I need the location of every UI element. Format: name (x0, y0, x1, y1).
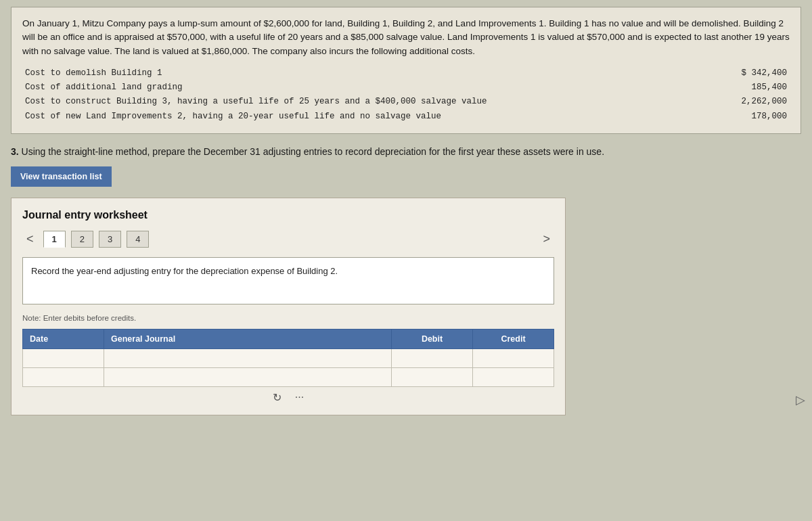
nav-left-arrow[interactable]: < (22, 231, 38, 248)
cell-credit-1[interactable] (473, 348, 554, 367)
tab-4[interactable]: 4 (127, 231, 149, 248)
cost-label-4: Cost of new Land Improvements 2, having … (25, 110, 487, 124)
note-text: Note: Enter debits before credits. (22, 314, 554, 322)
header-debit: Debit (392, 329, 473, 348)
cell-debit-2[interactable] (392, 367, 473, 386)
cost-label-2: Cost of additional land grading (25, 81, 487, 95)
cost-value-1: $ 342,400 (741, 66, 787, 81)
cost-value-3: 2,262,000 (741, 95, 787, 109)
cost-label-1: Cost to demolish Building 1 (25, 66, 487, 81)
refresh-icon[interactable]: ↻ (273, 391, 281, 404)
journal-table: Date General Journal Debit Credit (22, 329, 554, 387)
nav-row: < 1 2 3 4 > (22, 231, 554, 248)
header-date: Date (23, 329, 104, 348)
cell-journal-2[interactable] (104, 367, 392, 386)
entry-description-box: Record the year-end adjusting entry for … (22, 257, 554, 304)
cell-journal-1[interactable] (104, 348, 392, 367)
question-section: 3. Using the straight-line method, prepa… (11, 146, 801, 157)
info-paragraph: On January 1, Mitzu Company pays a lump-… (22, 17, 790, 58)
cost-value-4: 178,000 (741, 110, 787, 124)
costs-values: $ 342,400 185,400 2,262,000 178,000 (741, 66, 787, 124)
right-hint-arrow: ▷ (796, 392, 805, 407)
worksheet-title: Journal entry worksheet (22, 209, 554, 221)
header-general-journal: General Journal (104, 329, 392, 348)
entry-description-text: Record the year-end adjusting entry for … (31, 266, 338, 276)
question-number: 3. (11, 146, 22, 157)
tab-2[interactable]: 2 (71, 231, 93, 248)
bottom-icons: ↻ ··· (22, 391, 554, 404)
cell-credit-2[interactable] (473, 367, 554, 386)
question-text: Using the straight-line method, prepare … (22, 146, 604, 157)
tab-3[interactable]: 3 (99, 231, 121, 248)
costs-labels: Cost to demolish Building 1 Cost of addi… (25, 66, 487, 124)
cell-date-2[interactable] (23, 367, 104, 386)
nav-right-arrow[interactable]: > (539, 231, 554, 248)
table-row-2 (23, 367, 554, 386)
header-credit: Credit (473, 329, 554, 348)
cost-label-3: Cost to construct Building 3, having a u… (25, 95, 487, 109)
journal-entry-worksheet: Journal entry worksheet < 1 2 3 4 > Reco… (11, 198, 566, 415)
more-icon[interactable]: ··· (295, 391, 304, 403)
costs-table: Cost to demolish Building 1 Cost of addi… (22, 66, 790, 124)
view-transaction-list-button[interactable]: View transaction list (11, 166, 112, 187)
cell-debit-1[interactable] (392, 348, 473, 367)
info-box: On January 1, Mitzu Company pays a lump-… (11, 7, 801, 134)
tab-1[interactable]: 1 (43, 231, 66, 248)
cell-date-1[interactable] (23, 348, 104, 367)
cost-value-2: 185,400 (741, 81, 787, 95)
table-row-1 (23, 348, 554, 367)
